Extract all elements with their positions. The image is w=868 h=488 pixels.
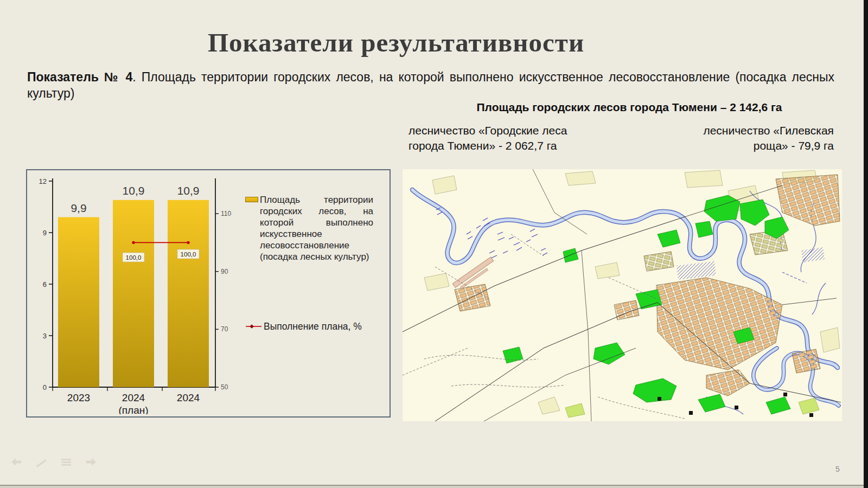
- forestry-right-label: лесничество «Гилевская роща» - 79,9 га: [668, 123, 834, 153]
- slide-number: 5: [835, 465, 840, 473]
- bar-chart-panel: 0369125070901109,910,910,920232024(план)…: [26, 169, 391, 418]
- svg-text:70: 70: [221, 325, 228, 333]
- legend-item-area: Площадь территории городских лесов, на к…: [245, 194, 373, 262]
- svg-text:9: 9: [43, 229, 47, 237]
- pen-icon: [34, 455, 49, 468]
- indicator-paragraph: Показатель № 4. Площадь территории город…: [27, 69, 834, 101]
- screen-right-edge: [864, 0, 868, 488]
- svg-text:2023: 2023: [67, 392, 90, 403]
- svg-text:(план): (план): [118, 404, 148, 414]
- pen-tool-button[interactable]: [34, 455, 50, 470]
- legend-plan-label: Выполнение плана, %: [264, 321, 362, 332]
- svg-text:2024: 2024: [122, 392, 145, 403]
- slideshow-toolbar: [9, 455, 100, 470]
- svg-text:50: 50: [221, 383, 228, 391]
- legend-item-plan: Выполнение плана, %: [245, 321, 373, 332]
- chart-legend: Площадь территории городских лесов, на к…: [245, 194, 373, 262]
- line-series-marker-icon: [245, 321, 263, 332]
- slide-menu-button[interactable]: [59, 455, 75, 470]
- svg-text:10,9: 10,9: [123, 184, 145, 197]
- forestry-columns: лесничество «Городские леса города Тюмен…: [409, 123, 834, 153]
- presentation-slide: Показатели результативности Показатель №…: [0, 0, 868, 488]
- indicator-text: . Площадь территории городских лесов, на…: [27, 70, 834, 100]
- legend-area-label: Площадь территории городских лесов, на к…: [260, 194, 373, 262]
- svg-text:10,9: 10,9: [177, 184, 200, 197]
- tyumen-forests-map: [403, 169, 842, 421]
- svg-text:90: 90: [221, 268, 228, 275]
- bar-series-swatch-icon: [245, 197, 258, 202]
- svg-text:0: 0: [43, 383, 47, 391]
- prev-slide-button[interactable]: [9, 455, 25, 470]
- screen-bottom-edge: [0, 485, 868, 488]
- svg-text:6: 6: [43, 280, 47, 288]
- arrow-right-icon: [84, 455, 99, 468]
- indicator-label: Показатель № 4: [27, 70, 132, 84]
- svg-text:100,0: 100,0: [181, 251, 196, 258]
- svg-text:100,0: 100,0: [126, 254, 142, 261]
- forestry-left-label: лесничество «Городские леса города Тюмен…: [409, 123, 598, 153]
- menu-icon: [59, 455, 74, 468]
- svg-text:110: 110: [221, 210, 231, 217]
- arrow-left-icon: [9, 455, 24, 468]
- svg-text:9,9: 9,9: [71, 202, 86, 214]
- page-title: Показатели результативности: [38, 27, 754, 58]
- svg-text:3: 3: [43, 332, 47, 340]
- svg-text:2024: 2024: [177, 392, 200, 403]
- map-illustration: [403, 169, 842, 421]
- svg-text:12: 12: [39, 177, 47, 185]
- forest-total-headline: Площадь городских лесов города Тюмени – …: [450, 101, 808, 114]
- next-slide-button[interactable]: [84, 455, 100, 470]
